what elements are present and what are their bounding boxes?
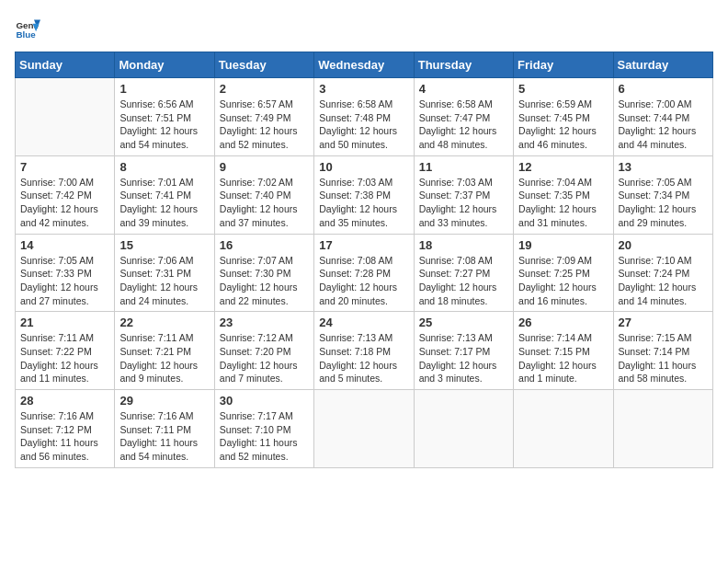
calendar-cell: 2Sunrise: 6:57 AMSunset: 7:49 PMDaylight… bbox=[214, 78, 313, 156]
day-number: 24 bbox=[319, 316, 408, 329]
day-info: Sunrise: 7:11 AMSunset: 7:22 PMDaylight:… bbox=[20, 331, 109, 385]
calendar-header-row: SundayMondayTuesdayWednesdayThursdayFrid… bbox=[16, 52, 713, 78]
calendar-cell: 18Sunrise: 7:08 AMSunset: 7:27 PMDayligh… bbox=[414, 234, 513, 312]
calendar-cell: 13Sunrise: 7:05 AMSunset: 7:34 PMDayligh… bbox=[613, 155, 712, 234]
day-info: Sunrise: 7:04 AMSunset: 7:35 PMDaylight:… bbox=[518, 176, 608, 230]
calendar-cell: 11Sunrise: 7:03 AMSunset: 7:37 PMDayligh… bbox=[414, 155, 513, 234]
calendar-cell: 7Sunrise: 7:00 AMSunset: 7:42 PMDaylight… bbox=[16, 155, 115, 234]
calendar-cell bbox=[613, 390, 712, 468]
calendar-cell: 23Sunrise: 7:12 AMSunset: 7:20 PMDayligh… bbox=[214, 312, 313, 390]
day-number: 10 bbox=[319, 160, 408, 174]
calendar-week-row: 14Sunrise: 7:05 AMSunset: 7:33 PMDayligh… bbox=[16, 234, 713, 312]
day-info: Sunrise: 7:14 AMSunset: 7:15 PMDaylight:… bbox=[518, 331, 608, 385]
day-info: Sunrise: 6:58 AMSunset: 7:48 PMDaylight:… bbox=[319, 98, 408, 152]
calendar-cell: 27Sunrise: 7:15 AMSunset: 7:14 PMDayligh… bbox=[613, 312, 712, 390]
day-number: 28 bbox=[20, 394, 109, 408]
weekday-header: Wednesday bbox=[314, 52, 414, 78]
day-number: 5 bbox=[518, 82, 608, 96]
page-header: Gene Blue bbox=[15, 15, 713, 40]
day-number: 21 bbox=[20, 316, 109, 329]
calendar-cell: 17Sunrise: 7:08 AMSunset: 7:28 PMDayligh… bbox=[314, 234, 414, 312]
calendar-cell bbox=[514, 390, 613, 468]
calendar-cell: 26Sunrise: 7:14 AMSunset: 7:15 PMDayligh… bbox=[514, 312, 613, 390]
calendar-cell bbox=[16, 78, 115, 156]
calendar-cell: 6Sunrise: 7:00 AMSunset: 7:44 PMDaylight… bbox=[613, 78, 712, 156]
day-number: 23 bbox=[220, 316, 309, 329]
svg-text:Blue: Blue bbox=[16, 29, 36, 40]
logo-icon: Gene Blue bbox=[15, 15, 40, 40]
day-info: Sunrise: 7:11 AMSunset: 7:21 PMDaylight:… bbox=[119, 331, 209, 385]
day-number: 29 bbox=[119, 394, 209, 408]
day-number: 26 bbox=[518, 316, 608, 329]
day-number: 1 bbox=[119, 82, 209, 96]
day-number: 3 bbox=[319, 82, 408, 96]
day-number: 27 bbox=[619, 316, 708, 329]
calendar-cell: 21Sunrise: 7:11 AMSunset: 7:22 PMDayligh… bbox=[16, 312, 115, 390]
calendar-cell: 29Sunrise: 7:16 AMSunset: 7:11 PMDayligh… bbox=[115, 390, 214, 468]
calendar-cell: 16Sunrise: 7:07 AMSunset: 7:30 PMDayligh… bbox=[214, 234, 313, 312]
calendar-cell: 25Sunrise: 7:13 AMSunset: 7:17 PMDayligh… bbox=[414, 312, 513, 390]
weekday-header: Saturday bbox=[613, 52, 712, 78]
day-info: Sunrise: 6:59 AMSunset: 7:45 PMDaylight:… bbox=[518, 98, 608, 152]
day-number: 15 bbox=[119, 238, 209, 252]
calendar-cell: 19Sunrise: 7:09 AMSunset: 7:25 PMDayligh… bbox=[514, 234, 613, 312]
day-number: 7 bbox=[20, 160, 109, 174]
day-info: Sunrise: 7:03 AMSunset: 7:38 PMDaylight:… bbox=[319, 176, 408, 230]
calendar-cell: 1Sunrise: 6:56 AMSunset: 7:51 PMDaylight… bbox=[115, 78, 214, 156]
day-number: 2 bbox=[220, 82, 309, 96]
day-info: Sunrise: 7:09 AMSunset: 7:25 PMDaylight:… bbox=[518, 254, 608, 308]
day-number: 16 bbox=[220, 238, 309, 252]
calendar-cell: 9Sunrise: 7:02 AMSunset: 7:40 PMDaylight… bbox=[214, 155, 313, 234]
day-number: 13 bbox=[619, 160, 708, 174]
day-info: Sunrise: 6:58 AMSunset: 7:47 PMDaylight:… bbox=[419, 98, 508, 152]
day-info: Sunrise: 7:15 AMSunset: 7:14 PMDaylight:… bbox=[619, 331, 708, 385]
logo: Gene Blue bbox=[15, 15, 44, 40]
day-info: Sunrise: 7:03 AMSunset: 7:37 PMDaylight:… bbox=[419, 176, 508, 230]
day-info: Sunrise: 7:17 AMSunset: 7:10 PMDaylight:… bbox=[220, 409, 309, 464]
day-info: Sunrise: 7:02 AMSunset: 7:40 PMDaylight:… bbox=[220, 176, 309, 230]
calendar-cell: 24Sunrise: 7:13 AMSunset: 7:18 PMDayligh… bbox=[314, 312, 414, 390]
day-info: Sunrise: 7:01 AMSunset: 7:41 PMDaylight:… bbox=[119, 176, 209, 230]
day-number: 20 bbox=[619, 238, 708, 252]
weekday-header: Thursday bbox=[414, 52, 513, 78]
calendar-week-row: 1Sunrise: 6:56 AMSunset: 7:51 PMDaylight… bbox=[16, 78, 713, 156]
calendar-cell: 14Sunrise: 7:05 AMSunset: 7:33 PMDayligh… bbox=[16, 234, 115, 312]
day-info: Sunrise: 6:57 AMSunset: 7:49 PMDaylight:… bbox=[220, 98, 309, 152]
day-number: 6 bbox=[619, 82, 708, 96]
weekday-header: Monday bbox=[115, 52, 214, 78]
calendar-cell: 5Sunrise: 6:59 AMSunset: 7:45 PMDaylight… bbox=[514, 78, 613, 156]
calendar-cell bbox=[414, 390, 513, 468]
day-number: 14 bbox=[20, 238, 109, 252]
day-info: Sunrise: 6:56 AMSunset: 7:51 PMDaylight:… bbox=[119, 98, 209, 152]
day-number: 11 bbox=[419, 160, 508, 174]
calendar-week-row: 28Sunrise: 7:16 AMSunset: 7:12 PMDayligh… bbox=[16, 390, 713, 468]
calendar-cell bbox=[314, 390, 414, 468]
day-info: Sunrise: 7:05 AMSunset: 7:34 PMDaylight:… bbox=[619, 176, 708, 230]
weekday-header: Tuesday bbox=[214, 52, 313, 78]
calendar-cell: 20Sunrise: 7:10 AMSunset: 7:24 PMDayligh… bbox=[613, 234, 712, 312]
weekday-header: Sunday bbox=[16, 52, 115, 78]
calendar-cell: 4Sunrise: 6:58 AMSunset: 7:47 PMDaylight… bbox=[414, 78, 513, 156]
day-number: 18 bbox=[419, 238, 508, 252]
day-info: Sunrise: 7:13 AMSunset: 7:18 PMDaylight:… bbox=[319, 331, 408, 385]
calendar-cell: 3Sunrise: 6:58 AMSunset: 7:48 PMDaylight… bbox=[314, 78, 414, 156]
calendar-cell: 22Sunrise: 7:11 AMSunset: 7:21 PMDayligh… bbox=[115, 312, 214, 390]
day-info: Sunrise: 7:00 AMSunset: 7:42 PMDaylight:… bbox=[20, 176, 109, 230]
day-number: 4 bbox=[419, 82, 508, 96]
day-info: Sunrise: 7:16 AMSunset: 7:12 PMDaylight:… bbox=[20, 409, 109, 464]
day-info: Sunrise: 7:00 AMSunset: 7:44 PMDaylight:… bbox=[619, 98, 708, 152]
calendar-cell: 12Sunrise: 7:04 AMSunset: 7:35 PMDayligh… bbox=[514, 155, 613, 234]
day-number: 9 bbox=[220, 160, 309, 174]
calendar-cell: 15Sunrise: 7:06 AMSunset: 7:31 PMDayligh… bbox=[115, 234, 214, 312]
day-info: Sunrise: 7:06 AMSunset: 7:31 PMDaylight:… bbox=[119, 254, 209, 308]
calendar-cell: 30Sunrise: 7:17 AMSunset: 7:10 PMDayligh… bbox=[214, 390, 313, 468]
day-number: 19 bbox=[518, 238, 608, 252]
day-info: Sunrise: 7:05 AMSunset: 7:33 PMDaylight:… bbox=[20, 254, 109, 308]
calendar-week-row: 21Sunrise: 7:11 AMSunset: 7:22 PMDayligh… bbox=[16, 312, 713, 390]
calendar-cell: 8Sunrise: 7:01 AMSunset: 7:41 PMDaylight… bbox=[115, 155, 214, 234]
calendar-cell: 28Sunrise: 7:16 AMSunset: 7:12 PMDayligh… bbox=[16, 390, 115, 468]
weekday-header: Friday bbox=[514, 52, 613, 78]
day-number: 12 bbox=[518, 160, 608, 174]
day-info: Sunrise: 7:16 AMSunset: 7:11 PMDaylight:… bbox=[119, 409, 209, 464]
day-info: Sunrise: 7:12 AMSunset: 7:20 PMDaylight:… bbox=[220, 331, 309, 385]
